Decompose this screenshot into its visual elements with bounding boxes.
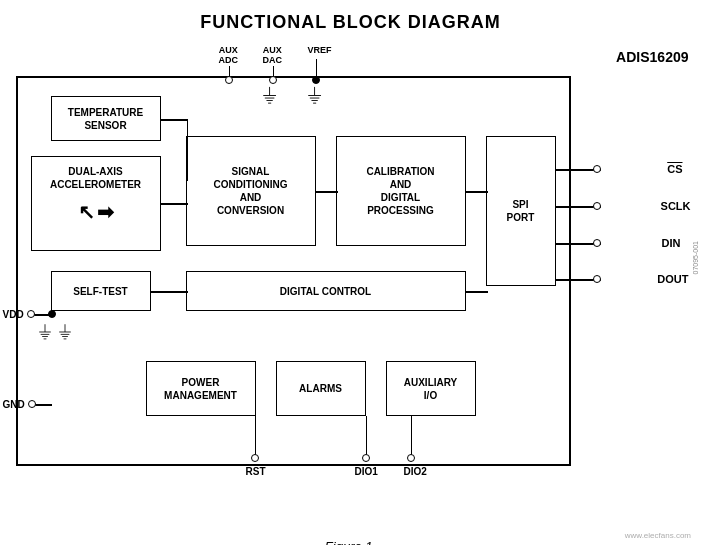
cap2: ⏚	[308, 83, 321, 105]
vdd-dot	[48, 310, 56, 318]
dio2-label: DIO2	[404, 466, 427, 477]
dio2-connector	[407, 454, 415, 462]
aux-io-block: AUXILIARYI/O	[386, 361, 476, 416]
site-watermark: www.elecfans.com	[625, 531, 691, 540]
dout-connector	[593, 275, 601, 283]
alarms-block: ALARMS	[276, 361, 366, 416]
vref-label: VREF	[308, 45, 332, 55]
aux-dac-label: AUXDAC	[263, 45, 283, 65]
sig-to-cal-line	[316, 191, 338, 193]
vdd-connector	[27, 310, 35, 318]
gnd-connector	[28, 400, 36, 408]
vdd-label: VDD	[3, 309, 24, 320]
figure-caption: Figure 1.	[0, 539, 701, 545]
gnd-label: GND	[3, 399, 25, 410]
aux-adc-label: AUXADC	[219, 45, 239, 65]
dual-to-sig-line	[161, 203, 188, 205]
signal-cond-block: SIGNALCONDITIONINGANDCONVERSION	[186, 136, 316, 246]
dual-axis-block: DUAL-AXISACCELEROMETER ↖ ➡	[31, 156, 161, 251]
dual-axis-label: DUAL-AXISACCELEROMETER	[50, 165, 141, 191]
page-title: FUNCTIONAL BLOCK DIAGRAM	[0, 0, 701, 41]
cap-left2: ⏚	[59, 319, 71, 342]
rst-connector	[251, 454, 259, 462]
sclk-connector	[593, 202, 601, 210]
calibration-block: CALIBRATIONANDDIGITALPROCESSING	[336, 136, 466, 246]
dio1-connector	[362, 454, 370, 462]
rst-line	[255, 416, 257, 458]
sclk-label: SCLK	[661, 200, 691, 212]
cs-label: CS	[667, 163, 682, 175]
self-test-block: SELF-TEST	[51, 271, 151, 311]
side-note: 07095-001	[692, 241, 699, 274]
power-mgmt-block: POWERMANAGEMENT	[146, 361, 256, 416]
gnd-line	[34, 404, 52, 406]
digital-control-block: DIGITAL CONTROL	[186, 271, 466, 311]
temp-to-sig-line	[161, 119, 188, 121]
dout-label: DOUT	[657, 273, 688, 285]
cs-connector	[593, 165, 601, 173]
chip-name-label: ADIS16209	[616, 49, 688, 65]
dio1-line	[366, 416, 368, 458]
accel-arrows: ↖ ➡	[78, 199, 114, 225]
din-connector	[593, 239, 601, 247]
temp-sensor-block: TEMPERATURESENSOR	[51, 96, 161, 141]
dio2-line	[411, 416, 413, 458]
self-to-dc-line	[151, 291, 188, 293]
cap-left1: ⏚	[39, 319, 51, 342]
cap1: ⏚	[263, 83, 276, 105]
dc-to-spi-line	[466, 291, 488, 293]
aux-adc-connector	[225, 76, 233, 84]
dio1-label: DIO1	[355, 466, 378, 477]
spi-port-block: SPIPORT	[486, 136, 556, 286]
cal-to-spi-line	[466, 191, 488, 193]
rst-label: RST	[246, 466, 266, 477]
din-label: DIN	[662, 237, 681, 249]
temp-to-sig-vert	[187, 119, 189, 181]
